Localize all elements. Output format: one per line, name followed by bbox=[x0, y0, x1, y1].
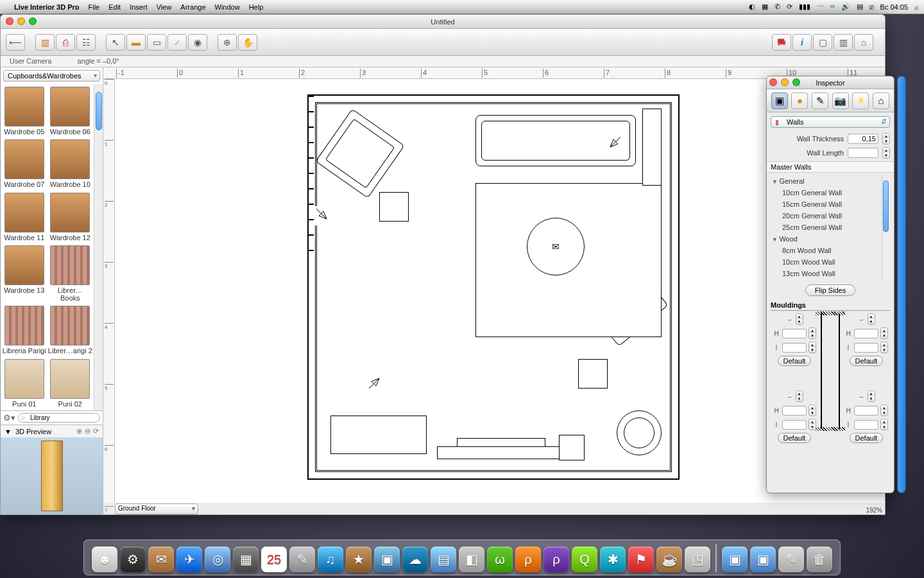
measure-tool[interactable]: ⟋ bbox=[167, 34, 187, 51]
floor-selector[interactable]: Ground Floor bbox=[115, 504, 198, 514]
3d-preview-pane[interactable] bbox=[1, 437, 103, 514]
wall-thickness-stepper[interactable]: ▲▼ bbox=[882, 133, 890, 144]
tab-light-icon[interactable]: ☀ bbox=[852, 92, 869, 109]
app-menu[interactable]: Live Interior 3D Pro bbox=[14, 3, 79, 11]
wall-length-stepper[interactable]: ▲▼ bbox=[882, 147, 890, 159]
moulding-stepper[interactable]: ▲▼ bbox=[880, 405, 888, 416]
tree-scrollbar[interactable] bbox=[882, 175, 890, 279]
library-item[interactable]: Wardrobe 07 bbox=[2, 138, 47, 189]
dock-app-icon[interactable]: ▦ bbox=[233, 547, 259, 572]
export-button[interactable]: ⛟ bbox=[772, 34, 791, 51]
tree-group[interactable]: General bbox=[771, 175, 882, 187]
menu-arrange[interactable]: Arrange bbox=[180, 3, 205, 11]
status-icon[interactable]: ⋯ bbox=[817, 3, 824, 11]
library-item[interactable]: Wardrobe 11 bbox=[2, 191, 47, 243]
moulding-h-input[interactable] bbox=[782, 329, 807, 338]
dock-app-icon[interactable]: ♫ bbox=[318, 547, 343, 572]
library-item[interactable]: Wardrobe 13 bbox=[2, 244, 47, 303]
category-dropdown[interactable]: Cupboards&Wardrobes bbox=[3, 70, 100, 82]
inspector-close-button[interactable] bbox=[769, 78, 777, 86]
tab-building-icon[interactable]: ⌂ bbox=[873, 92, 889, 109]
list-view-button[interactable]: ☷ bbox=[76, 34, 96, 51]
library-item[interactable]: Wardrobe 10 bbox=[48, 138, 93, 189]
tree-group[interactable]: Wood bbox=[771, 233, 882, 245]
floorplan-outline[interactable]: 28,44 m² bbox=[307, 94, 680, 480]
3d-view-button[interactable]: ⌂ bbox=[854, 34, 873, 51]
wall-tool[interactable]: ▬ bbox=[126, 34, 146, 51]
moulding-stepper[interactable]: ▲▼ bbox=[880, 328, 888, 339]
dock-app-icon[interactable]: ρ bbox=[543, 547, 569, 572]
side-table[interactable] bbox=[578, 359, 608, 389]
dock-app-icon[interactable]: ✎ bbox=[289, 547, 315, 572]
menu-file[interactable]: File bbox=[88, 3, 99, 11]
tree-item[interactable]: 20cm General Wall bbox=[771, 210, 882, 222]
window-titlebar[interactable]: Untitled bbox=[1, 15, 885, 29]
moulding-stepper[interactable]: ▲▼ bbox=[809, 328, 816, 339]
dock-app-icon[interactable]: 25 bbox=[261, 547, 287, 572]
tree-item[interactable]: 8cm Wood Wall bbox=[771, 245, 882, 256]
moulding-h-input[interactable] bbox=[854, 406, 878, 416]
tree-item[interactable]: 13cm Wood Wall bbox=[771, 268, 882, 279]
dock-app-icon[interactable]: ☻ bbox=[92, 547, 117, 572]
tree-item[interactable]: 10cm General Wall bbox=[771, 187, 882, 198]
select-tool[interactable]: ↖ bbox=[106, 34, 125, 51]
inspector-minimize-button[interactable] bbox=[781, 78, 789, 86]
status-battery-icon[interactable]: ▮▮▮ bbox=[799, 3, 810, 11]
tab-object-icon[interactable]: ▣ bbox=[771, 92, 788, 109]
zoom-out-icon[interactable]: ⊖ bbox=[85, 427, 90, 435]
menubar-clock[interactable]: Bc 04:05 bbox=[880, 3, 908, 11]
dock-app-icon[interactable]: ◧ bbox=[459, 547, 484, 572]
tv-unit[interactable] bbox=[437, 446, 565, 459]
moulding-stepper[interactable]: ▲▼ bbox=[868, 313, 875, 325]
moulding-stepper[interactable]: ▲▼ bbox=[880, 419, 888, 430]
dock-app-icon[interactable]: ✈ bbox=[176, 547, 202, 572]
tab-materials-icon[interactable]: ● bbox=[791, 92, 808, 109]
flip-sides-button[interactable]: Flip Sides bbox=[805, 285, 855, 296]
moulding-h-input[interactable] bbox=[782, 406, 807, 416]
moulding-stepper[interactable]: ▲▼ bbox=[809, 405, 816, 416]
menu-window[interactable]: Window bbox=[215, 3, 240, 11]
library-item[interactable]: Puni 02 bbox=[48, 358, 93, 409]
library-item[interactable]: Librer…arigi 2 bbox=[48, 304, 93, 356]
menu-insert[interactable]: Insert bbox=[130, 3, 148, 11]
library-item[interactable]: Libreria Parigi bbox=[2, 304, 47, 356]
library-scrollbar[interactable] bbox=[94, 84, 103, 410]
zoom-button[interactable] bbox=[29, 17, 37, 25]
dock-app-icon[interactable]: ◎ bbox=[205, 547, 230, 572]
chaise-lounge[interactable] bbox=[330, 416, 427, 454]
status-icon[interactable]: ⎚ bbox=[869, 3, 874, 11]
tree-item[interactable]: 25cm General Wall bbox=[771, 222, 882, 233]
menu-help[interactable]: Help bbox=[249, 3, 264, 11]
dock-app-icon[interactable]: ω bbox=[487, 547, 513, 572]
status-phone-icon[interactable]: ✆ bbox=[774, 3, 780, 11]
tree-item[interactable]: 15cm General Wall bbox=[771, 198, 882, 210]
library-item[interactable]: Puni 01 bbox=[2, 358, 47, 409]
status-icon[interactable]: ◐ bbox=[749, 3, 755, 11]
moulding-stepper[interactable]: ▲▼ bbox=[880, 342, 888, 353]
library-item[interactable]: Librer… Books bbox=[48, 244, 93, 303]
dock-app-icon[interactable]: ✉ bbox=[148, 547, 174, 572]
floorplan-view-button[interactable]: ▢ bbox=[813, 34, 832, 51]
dock-trash-icon[interactable]: 🗑 bbox=[807, 547, 832, 572]
wall-length-input[interactable] bbox=[848, 148, 878, 158]
moulding-w-input[interactable] bbox=[854, 420, 878, 430]
moulding-stepper[interactable]: ▲▼ bbox=[868, 390, 875, 402]
window-scrollbar[interactable] bbox=[897, 76, 906, 493]
close-button[interactable] bbox=[6, 17, 13, 25]
status-wifi-icon[interactable]: ⌔ bbox=[830, 3, 835, 11]
gear-icon[interactable]: ⚙▾ bbox=[3, 413, 15, 423]
dock-app-icon[interactable]: Q bbox=[572, 547, 597, 572]
dock-app-icon[interactable]: ◳ bbox=[685, 547, 710, 572]
back-button[interactable]: ⟵ bbox=[6, 34, 25, 51]
status-icon[interactable]: ▦ bbox=[762, 3, 768, 11]
inspector-titlebar[interactable]: Inspector bbox=[767, 76, 894, 89]
room-tool[interactable]: ▭ bbox=[147, 34, 166, 51]
moulding-w-input[interactable] bbox=[782, 343, 807, 353]
library-item[interactable]: Wardrobe 06 bbox=[48, 85, 93, 137]
pan-tool[interactable]: ✋ bbox=[238, 34, 257, 51]
dock-folder-icon[interactable]: ✎ bbox=[778, 547, 804, 572]
dock-app-icon[interactable]: ✱ bbox=[600, 547, 626, 572]
tab-edit-icon[interactable]: ✎ bbox=[812, 92, 828, 109]
library-panel-button[interactable]: ▥ bbox=[35, 34, 55, 51]
library-item[interactable]: Wardrobe 05 bbox=[2, 85, 47, 137]
